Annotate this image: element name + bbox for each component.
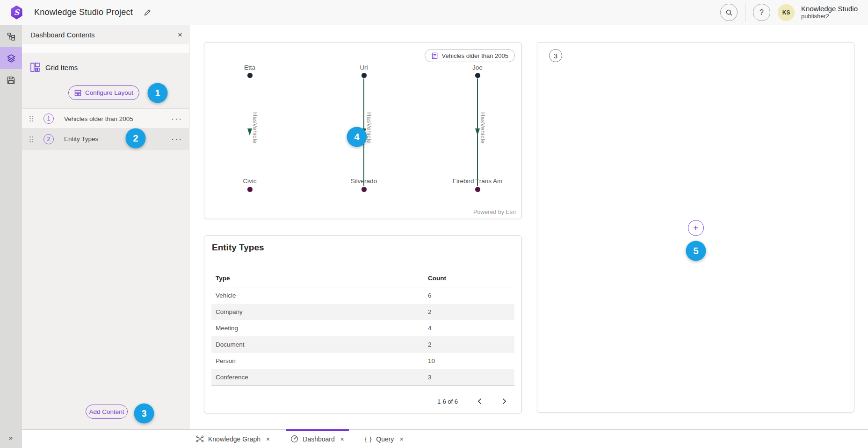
close-tab-icon[interactable]: ×: [399, 435, 403, 443]
knowledge-graph-icon: [196, 435, 204, 443]
item-options-icon[interactable]: ···: [171, 116, 182, 121]
person-node[interactable]: [475, 73, 480, 78]
table-row[interactable]: Vehicle 6: [211, 287, 514, 304]
vehicle-node[interactable]: [475, 187, 480, 192]
add-widget-button[interactable]: +: [688, 220, 704, 236]
tab-dashboard[interactable]: Dashboard ×: [290, 430, 344, 448]
callout-badge-3: 3: [134, 404, 154, 424]
node-label[interactable]: Silverado: [319, 178, 408, 185]
list-item-entity-types[interactable]: 2 Entity Types ···: [22, 129, 189, 149]
table-row[interactable]: Meeting 4: [211, 320, 514, 336]
table-row[interactable]: Person 10: [211, 353, 514, 369]
tab-label: Knowledge Graph: [208, 435, 260, 443]
callout-badge-2: 2: [126, 128, 146, 149]
edit-title-icon[interactable]: [143, 8, 152, 17]
next-page-button[interactable]: [501, 397, 507, 405]
avatar[interactable]: KS: [778, 4, 795, 21]
graph-filter-label: Vehicles older than 2005: [442, 52, 508, 59]
hierarchy-icon: [7, 32, 15, 41]
header-divider: [745, 3, 745, 22]
edge-label: HasVehicle: [479, 112, 486, 144]
tab-label: Query: [376, 435, 394, 443]
column-header-type[interactable]: Type: [211, 275, 428, 282]
graph-edge-joe-firebird[interactable]: Joe HasVehicle Firebird Trans Am: [433, 64, 522, 195]
person-node[interactable]: [362, 73, 367, 78]
report-icon: [431, 52, 438, 59]
drag-handle[interactable]: [29, 135, 34, 143]
graph-edge-etta-civic[interactable]: Etta HasVehicle Civic: [205, 64, 294, 195]
close-tab-icon[interactable]: ×: [266, 435, 270, 443]
panel-title: Dashboard Contents: [30, 31, 178, 39]
esri-attribution: Powered by Esri: [473, 209, 516, 215]
help-icon: ?: [760, 8, 764, 17]
node-label[interactable]: Etta: [205, 64, 294, 71]
item-label: Entity Types: [64, 135, 171, 142]
panel-header: Dashboard Contents ×: [22, 25, 189, 44]
query-braces-icon: { }: [365, 435, 372, 442]
pagination-range: 1-6 of 6: [437, 398, 458, 405]
node-label[interactable]: Uri: [319, 64, 408, 71]
node-label[interactable]: Joe: [433, 64, 522, 71]
search-icon: [725, 9, 733, 16]
tab-knowledge-graph[interactable]: Knowledge Graph ×: [196, 430, 270, 448]
table-header-row: Type Count: [211, 270, 514, 287]
close-tab-icon[interactable]: ×: [340, 435, 344, 443]
entity-types-card[interactable]: Entity Types Type Count Vehicle 6 Compan…: [204, 235, 522, 413]
edge-label: HasVehicle: [252, 112, 258, 144]
app-header: S Knowledge Studio Project ? KS Knowledg…: [0, 0, 868, 25]
user-role: publisher2: [801, 13, 858, 20]
graph-filter-pill[interactable]: Vehicles older than 2005: [425, 49, 515, 62]
rail-item-data-model[interactable]: [0, 25, 22, 47]
add-content-button[interactable]: Add Content: [86, 405, 128, 419]
project-title: Knowledge Studio Project: [34, 7, 133, 17]
item-options-icon[interactable]: ···: [171, 137, 182, 142]
search-button[interactable]: [720, 4, 738, 21]
configure-layout-icon: [74, 89, 81, 96]
grid-cell-number: 3: [549, 49, 562, 62]
column-header-count[interactable]: Count: [428, 275, 514, 282]
rail-item-save[interactable]: [0, 69, 22, 91]
item-number-badge: 1: [43, 114, 54, 124]
node-label[interactable]: Firebird Trans Am: [433, 178, 522, 185]
previous-page-button[interactable]: [477, 397, 483, 405]
callout-badge-4: 4: [347, 127, 367, 147]
callout-badge-1: 1: [148, 83, 168, 103]
table-row[interactable]: Conference 3: [211, 369, 514, 385]
edge-label: HasVehicle: [366, 112, 372, 144]
help-button[interactable]: ?: [753, 4, 770, 21]
callout-badge-5: 5: [686, 241, 706, 261]
dashboard-canvas: Vehicles older than 2005 Etta HasVehicle…: [190, 25, 868, 429]
table-row[interactable]: Company 2: [211, 304, 514, 320]
empty-grid-cell-card[interactable]: 3 +: [537, 42, 854, 412]
layers-icon: [7, 54, 15, 63]
vehicle-node[interactable]: [247, 187, 253, 192]
user-name: Knowledge Studio: [801, 5, 858, 13]
list-item-vehicles[interactable]: 1 Vehicles older than 2005 ···: [22, 108, 189, 129]
node-label[interactable]: Civic: [205, 178, 294, 185]
dashboard-gauge-icon: [290, 435, 298, 443]
left-icon-rail: »: [0, 25, 22, 448]
drag-handle[interactable]: [29, 115, 34, 122]
item-label: Vehicles older than 2005: [64, 115, 171, 122]
vehicle-node[interactable]: [362, 187, 367, 192]
grid-item-list: 1 Vehicles older than 2005 ··· 2 Entity …: [22, 108, 189, 149]
person-node[interactable]: [247, 73, 253, 78]
edge-arrow-icon: [247, 128, 252, 135]
tab-label: Dashboard: [303, 435, 335, 443]
bottom-tab-bar: Knowledge Graph × Dashboard × { } Query …: [22, 429, 868, 448]
table-pagination: 1-6 of 6: [211, 393, 507, 409]
user-info: Knowledge Studio publisher2: [801, 5, 860, 20]
card-title: Entity Types: [212, 242, 264, 253]
rail-item-contents[interactable]: [0, 47, 22, 69]
tab-query[interactable]: { } Query ×: [365, 430, 404, 448]
close-panel-icon[interactable]: ×: [178, 30, 182, 40]
grid-items-icon: [30, 63, 40, 72]
edge-arrow-icon: [475, 128, 480, 135]
table-row[interactable]: Document 2: [211, 336, 514, 353]
expand-rail-button[interactable]: »: [0, 434, 22, 441]
grid-items-section: Grid Items: [30, 63, 78, 72]
item-number-badge: 2: [43, 134, 54, 144]
entity-types-table: Type Count Vehicle 6 Company 2 Meeting 4…: [211, 270, 514, 386]
app-logo-icon: S: [10, 6, 23, 20]
configure-layout-button[interactable]: Configure Layout: [68, 85, 139, 100]
